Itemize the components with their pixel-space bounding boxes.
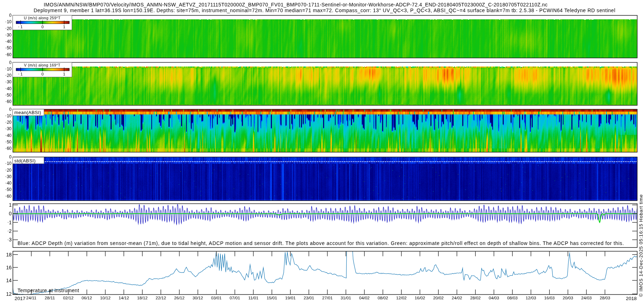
svg-text:24/02: 24/02 [452, 295, 462, 300]
svg-text:60: 60 [7, 99, 12, 104]
svg-text:2: 2 [9, 228, 12, 234]
svg-text:3: 3 [9, 237, 12, 242]
svg-text:60: 60 [7, 146, 12, 151]
svg-text:16/02: 16/02 [415, 295, 425, 300]
svg-text:© IMOS 14-Dec-2025 05:16:15 Ho: © IMOS 14-Dec-2025 05:16:15 Hobart time [638, 194, 644, 297]
svg-text:26/12: 26/12 [174, 295, 185, 300]
svg-text:18: 18 [6, 252, 12, 258]
svg-text:27/01: 27/01 [322, 295, 332, 300]
svg-text:12/03: 12/03 [526, 295, 536, 300]
svg-text:31/01: 31/01 [341, 295, 351, 300]
svg-text:1: 1 [9, 220, 12, 225]
svg-text:20/03: 20/03 [563, 295, 573, 300]
svg-text:18/12: 18/12 [137, 295, 147, 300]
svg-text:60: 60 [7, 194, 12, 199]
svg-text:08/02: 08/02 [378, 295, 388, 300]
svg-text:24/03: 24/03 [581, 295, 591, 300]
svg-text:15/01: 15/01 [267, 295, 277, 300]
svg-text:0: 0 [9, 13, 12, 18]
svg-text:08/03: 08/03 [507, 295, 518, 300]
svg-text:19/01: 19/01 [285, 295, 296, 300]
svg-text:03/01: 03/01 [211, 295, 221, 300]
svg-text:16/03: 16/03 [544, 295, 555, 300]
svg-text:12/02: 12/02 [396, 295, 406, 300]
svg-text:0: 0 [9, 155, 12, 160]
svg-text:20: 20 [7, 120, 12, 125]
svg-text:50: 50 [7, 93, 12, 98]
svg-text:0: 0 [9, 107, 12, 112]
svg-text:20: 20 [7, 168, 12, 173]
svg-text:60: 60 [7, 52, 12, 57]
svg-text:30: 30 [7, 79, 12, 84]
svg-text:Deployment 9, member 1 lat=36.: Deployment 9, member 1 lat=36.19S lon=15… [34, 8, 615, 13]
svg-text:10: 10 [7, 67, 12, 72]
svg-text:20/02: 20/02 [433, 295, 444, 300]
svg-text:24/11: 24/11 [26, 295, 36, 300]
svg-text:28/02: 28/02 [470, 295, 480, 300]
svg-text:14/12: 14/12 [118, 295, 129, 300]
svg-text:16: 16 [6, 265, 12, 270]
svg-text:28/03: 28/03 [600, 295, 610, 300]
svg-text:50: 50 [7, 187, 12, 192]
svg-text:20: 20 [7, 26, 12, 31]
svg-text:0: 0 [9, 211, 12, 216]
svg-text:40: 40 [7, 181, 12, 186]
svg-text:04/02: 04/02 [359, 295, 370, 300]
svg-text:IMOS/ANMN/NSW/BMP070/Velocity/: IMOS/ANMN/NSW/BMP070/Velocity/IMOS_ANMN-… [44, 2, 547, 8]
svg-text:40: 40 [7, 86, 12, 91]
svg-text:30: 30 [7, 126, 12, 131]
svg-text:10/12: 10/12 [100, 295, 111, 300]
svg-text:06/12: 06/12 [82, 295, 92, 300]
svg-text:22/12: 22/12 [156, 295, 166, 300]
svg-text:40: 40 [7, 39, 12, 44]
svg-text:10: 10 [7, 19, 12, 24]
svg-text:07/01: 07/01 [230, 295, 240, 300]
svg-text:2018: 2018 [626, 296, 637, 301]
svg-text:02/12: 02/12 [63, 295, 73, 300]
svg-text:11/01: 11/01 [248, 295, 258, 300]
svg-text:1: 1 [9, 202, 12, 208]
svg-text:10: 10 [7, 113, 12, 118]
svg-text:30: 30 [7, 33, 12, 38]
svg-text:12: 12 [6, 291, 12, 297]
svg-text:20: 20 [7, 73, 12, 78]
svg-text:14: 14 [6, 278, 12, 283]
svg-text:04/03: 04/03 [489, 295, 499, 300]
svg-text:30/12: 30/12 [192, 295, 203, 300]
svg-text:28/11: 28/11 [45, 295, 55, 300]
svg-text:50: 50 [7, 139, 12, 144]
svg-text:23/01: 23/01 [304, 295, 314, 300]
svg-text:30: 30 [7, 174, 12, 179]
svg-text:50: 50 [7, 45, 12, 50]
svg-text:2017: 2017 [15, 296, 25, 301]
svg-text:10: 10 [7, 161, 12, 166]
svg-text:40: 40 [7, 133, 12, 138]
svg-text:0: 0 [9, 60, 12, 65]
